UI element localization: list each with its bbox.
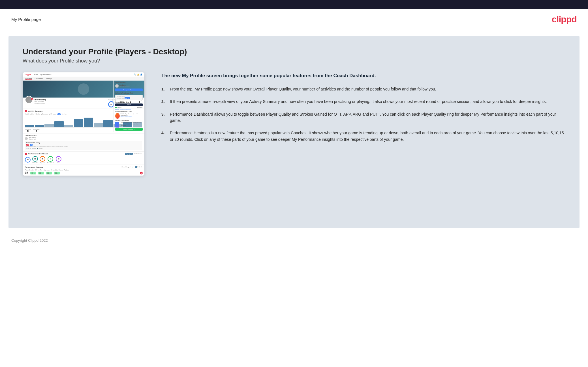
mock-latest-avatar [25,137,28,140]
mock-heatmap-arg: 86 ↑↑ [46,172,52,174]
mock-ring-putt: 96 [56,156,61,162]
mock-ring-arg: 86 [48,156,53,162]
mock-lesson-card: Lesson with Fonty golf drill Feeling lik… [25,141,142,150]
mock-heatmap-title: Performance Heatmap [25,166,43,168]
mock-search-icon: 🔍 [134,74,136,75]
mockup-container: clippd Home My Performance 🔍 🔔 👤 My Prof… [23,72,144,176]
mock-logo: clippd [25,74,31,75]
mock-heatmap-app: 85 ↑↑ [38,172,44,174]
feature-item-4: Performance Heatmap is a new feature tha… [161,130,565,143]
mock-user-icon: 👤 [140,74,142,75]
header-divider [11,30,577,30]
mock-subnav-profile: My Profile [25,78,32,80]
feature-2-text: It then presents a more in-depth view of… [170,98,547,105]
feature-3-text: Performance Dashboard allows you to togg… [170,111,565,124]
mock-heatmap-ott: 90 ↑↑ [30,172,36,174]
mock-1y-btn: 1y [57,113,61,115]
mock-latest-text: Blair McHargCapture app [29,137,36,140]
mock-nav-home: Home [34,74,38,75]
mock-6m-btn: 6m [62,113,63,115]
feature-item-2: It then presents a more in-depth view of… [161,98,565,105]
mock-offcourse-value: 3 [33,130,40,132]
mock-activity-title: Activity Summary [28,110,43,112]
mock-oncourse-value: 24 [25,130,31,132]
top-bar [0,0,588,9]
footer: Copyright Clippd 2022 [0,234,588,247]
mock-ring-app: 85 [40,156,45,162]
mock-ring-ott: 90 [32,156,38,162]
mock-monthly-btn: Monthly Activity · 6 Months [25,113,40,115]
content-title: Understand your Profile (Players - Deskt… [23,47,565,56]
mock-heatmap-overall: 92 [25,171,28,174]
feature-item-1: From the top, My Profile page now shows … [161,86,565,92]
right-panel: The new My Profile screen brings togethe… [161,72,565,149]
feature-item-3: Performance Dashboard allows you to togg… [161,111,565,124]
intro-text: The new My Profile screen brings togethe… [161,72,565,79]
mock-bell-icon: 🔔 [137,74,139,75]
mock-latest-title: Latest Activity [25,135,142,136]
mock-location: United Kingdom [35,102,106,104]
feature-4-text: Performance Heatmap is a new feature tha… [170,130,565,143]
feature-1-text: From the top, My Profile page now shows … [170,86,436,92]
mock-perf-title: Performance Dashboard [28,153,48,155]
page-title: My Profile page [11,17,41,22]
copyright-text: Copyright Clippd 2022 [11,238,48,243]
content-subtitle: What does your Profile show you? [23,58,565,64]
logo: clippd [552,14,577,25]
mock-offcourse-btn: ■ Off-course [49,113,56,115]
mock-nav-performance: My Performance [40,74,51,75]
mock-1m-btn: 1m [65,113,66,115]
mock-heatmap-putt: 96 ↑↑ [54,172,60,174]
mock-subnav-settings: Settings [46,78,52,80]
header: My Profile page clippd [0,9,588,30]
mock-player-name: Blair McHarg [35,99,106,101]
mock-subnav-connections: Connections [35,78,43,80]
mock-right-panel: Your Coaches Dan Davies Abernethy Golf C… [113,81,144,132]
mock-heatmap-badge: 4 [140,172,143,174]
mock-ring-overall: 92 [25,157,31,163]
mock-oncourse-btn: ■ On-course [41,113,48,115]
main-content: Understand your Profile (Players - Deskt… [8,36,580,228]
features-list: From the top, My Profile page now shows … [161,86,565,143]
